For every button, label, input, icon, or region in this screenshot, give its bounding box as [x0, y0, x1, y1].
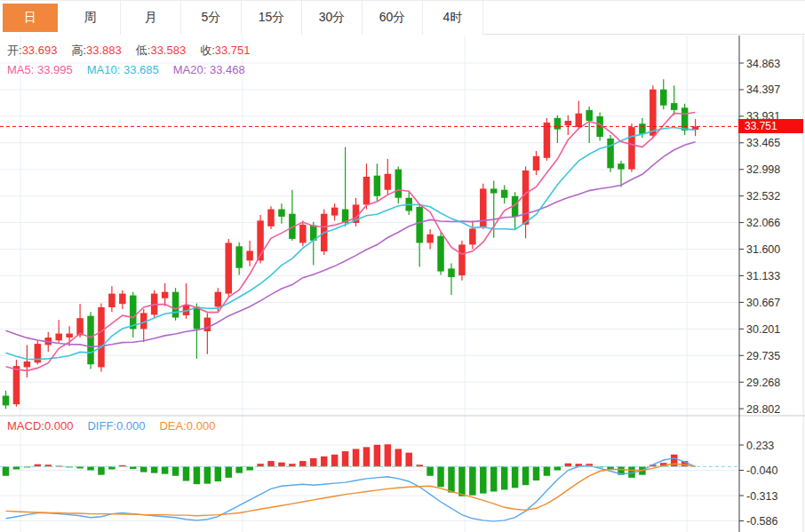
candle-body — [522, 171, 530, 225]
tab-day-label: 日 — [24, 10, 36, 26]
candle-body — [544, 123, 551, 158]
axis-tick-label: 32.532 — [746, 190, 780, 202]
macd-bar — [353, 449, 360, 466]
tabbar-filler — [483, 1, 805, 34]
axis-tick-label: 34.397 — [746, 83, 780, 96]
macd-bar — [162, 466, 169, 473]
axis-tick-label: 28.802 — [746, 403, 780, 416]
diff-value: 0.000 — [116, 419, 146, 433]
axis-tick-label: 33.465 — [746, 137, 780, 149]
ohlc-legend: 开:33.693 高:33.883 低:33.583 收:33.751 — [7, 44, 265, 58]
candle-body — [87, 316, 94, 365]
tab-60min[interactable]: 60分 — [363, 1, 423, 35]
tab-day[interactable]: 日 — [0, 1, 60, 35]
macd-bar — [172, 466, 179, 475]
tab-30min-label: 30分 — [319, 10, 346, 26]
macd-label: MACD: — [7, 419, 44, 433]
candle-body — [490, 188, 498, 193]
macd-bar — [395, 449, 402, 466]
axis-tick-label: 31.133 — [746, 270, 780, 282]
macd-bar — [565, 464, 572, 467]
candle-body — [533, 156, 540, 171]
macd-bar — [151, 466, 158, 472]
macd-bar — [194, 466, 201, 484]
candle-body — [3, 396, 10, 406]
candle-body — [385, 174, 392, 190]
candle-body — [119, 294, 126, 305]
axis-tick-label: 30.667 — [746, 297, 780, 309]
macd-bar — [448, 466, 455, 492]
macd-bar — [480, 466, 487, 493]
axis-tick-label: 34.863 — [746, 58, 780, 70]
tab-15min-label: 15分 — [259, 10, 285, 26]
candles-layer — [3, 79, 699, 409]
tab-4hour-label: 4时 — [443, 10, 463, 26]
chart-canvas[interactable]: 34.86334.39733.93133.46532.99832.53232.0… — [0, 1, 805, 532]
tab-month[interactable]: 月 — [121, 1, 181, 35]
macd-bar — [215, 466, 222, 481]
ma10-value: 33.685 — [124, 63, 159, 76]
dea-line — [6, 464, 696, 516]
candle-body — [554, 118, 562, 130]
candle-body — [130, 296, 137, 330]
ma5-line — [6, 113, 696, 371]
axis-tick-label: -0.313 — [746, 490, 777, 503]
macd-bar — [235, 466, 243, 472]
axis-tick-label: 30.201 — [746, 323, 780, 336]
macd-legend: MACD:0.000 DIFF:0.000 DEA:0.000 — [7, 419, 229, 433]
macd-bar — [299, 461, 307, 466]
tab-5min-label: 5分 — [202, 10, 221, 26]
axis-tick-label: 29.268 — [746, 377, 780, 389]
candle-body — [426, 234, 434, 243]
candle-body — [204, 318, 211, 331]
macd-bar — [544, 466, 551, 475]
candle-body — [363, 177, 371, 204]
tab-5min[interactable]: 5分 — [181, 1, 242, 35]
macd-bar — [267, 461, 275, 466]
candle-body — [660, 90, 667, 106]
macd-bar — [363, 447, 371, 466]
macd-bar — [183, 466, 190, 480]
tab-week[interactable]: 周 — [60, 1, 121, 35]
axis-tick-label: 32.066 — [746, 217, 780, 229]
tab-4hour[interactable]: 4时 — [423, 1, 483, 35]
candle-body — [331, 208, 339, 216]
macd-bar — [204, 466, 211, 483]
diff-label: DIFF: — [87, 419, 116, 433]
candle-body — [13, 366, 20, 404]
candle-body — [278, 210, 285, 217]
axis-tick-label: -0.586 — [746, 515, 777, 528]
candle-body — [618, 163, 625, 169]
macd-value: 0.000 — [44, 419, 74, 433]
macd-bar — [225, 466, 231, 478]
candle-body — [66, 334, 73, 337]
macd-bar — [533, 466, 540, 480]
ma20-line — [6, 142, 696, 347]
macd-bar — [469, 466, 476, 495]
macd-bar — [426, 466, 434, 475]
macd-bar — [512, 466, 519, 488]
kline-chart-app: 34.86334.39733.93133.46532.99832.53232.0… — [0, 0, 805, 532]
candle-body — [194, 306, 201, 329]
macd-bar — [385, 444, 392, 466]
candle-body — [671, 103, 678, 110]
macd-bar — [490, 466, 498, 491]
candle-body — [416, 207, 423, 242]
macd-bar — [405, 453, 412, 467]
ma20-label: MA20: — [173, 63, 207, 76]
macd-bar — [374, 445, 381, 467]
macd-bar — [437, 466, 444, 487]
open-value: 33.693 — [22, 44, 58, 57]
macd-bar — [246, 466, 253, 470]
macd-axis: 0.233-0.040-0.313-0.586 — [739, 440, 777, 528]
close-label: 收: — [200, 44, 215, 57]
ma5-value: 33.995 — [37, 63, 73, 76]
candle-body — [235, 246, 243, 267]
tab-15min[interactable]: 15分 — [242, 1, 302, 35]
tab-30min[interactable]: 30分 — [302, 1, 363, 35]
macd-bar — [554, 466, 562, 470]
macd-bar — [310, 458, 317, 466]
candle-body — [395, 170, 402, 198]
candle-body — [24, 361, 30, 367]
high-label: 高: — [71, 44, 86, 57]
